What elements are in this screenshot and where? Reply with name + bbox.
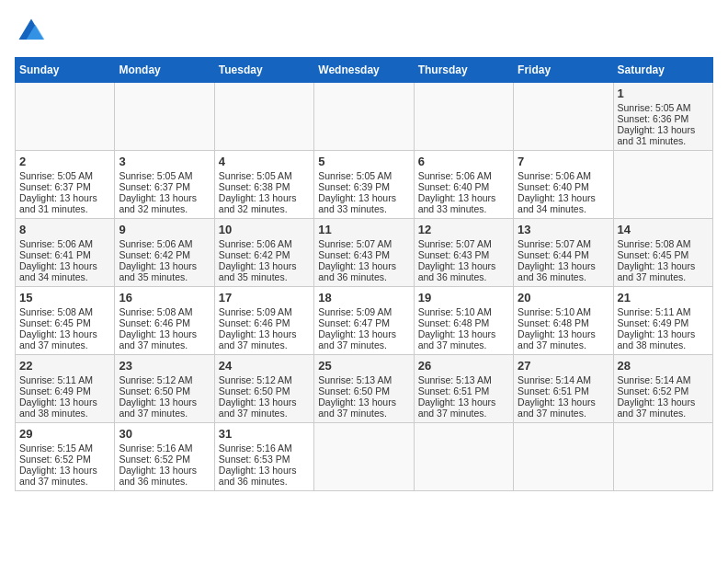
empty-cell <box>514 83 613 151</box>
calendar-day-18: 18Sunrise: 5:09 AMSunset: 6:47 PMDayligh… <box>314 287 414 355</box>
empty-cell <box>414 83 513 151</box>
calendar-week-5: 22Sunrise: 5:11 AMSunset: 6:49 PMDayligh… <box>16 355 713 423</box>
calendar-day-14: 14Sunrise: 5:08 AMSunset: 6:45 PMDayligh… <box>613 219 712 287</box>
empty-cell <box>214 83 313 151</box>
calendar-day-27: 27Sunrise: 5:14 AMSunset: 6:51 PMDayligh… <box>514 355 613 423</box>
calendar-day-13: 13Sunrise: 5:07 AMSunset: 6:44 PMDayligh… <box>514 219 613 287</box>
calendar-day-4: 4Sunrise: 5:05 AMSunset: 6:38 PMDaylight… <box>214 151 313 219</box>
calendar-day-8: 8Sunrise: 5:06 AMSunset: 6:41 PMDaylight… <box>16 219 115 287</box>
calendar-week-1: 1Sunrise: 5:05 AMSunset: 6:36 PMDaylight… <box>16 83 713 151</box>
calendar-day-7: 7Sunrise: 5:06 AMSunset: 6:40 PMDaylight… <box>514 151 613 219</box>
calendar-day-5: 5Sunrise: 5:05 AMSunset: 6:39 PMDaylight… <box>314 151 414 219</box>
column-header-monday: Monday <box>115 58 214 83</box>
calendar-day-16: 16Sunrise: 5:08 AMSunset: 6:46 PMDayligh… <box>115 287 214 355</box>
calendar-week-3: 8Sunrise: 5:06 AMSunset: 6:41 PMDaylight… <box>16 219 713 287</box>
calendar-day-24: 24Sunrise: 5:12 AMSunset: 6:50 PMDayligh… <box>214 355 313 423</box>
calendar-table: SundayMondayTuesdayWednesdayThursdayFrid… <box>15 57 713 491</box>
calendar-day-20: 20Sunrise: 5:10 AMSunset: 6:48 PMDayligh… <box>514 287 613 355</box>
header <box>15 15 713 48</box>
calendar-day-31: 31Sunrise: 5:16 AMSunset: 6:53 PMDayligh… <box>214 423 313 491</box>
empty-cell <box>314 83 414 151</box>
calendar-week-2: 2Sunrise: 5:05 AMSunset: 6:37 PMDaylight… <box>16 151 713 219</box>
calendar-day-15: 15Sunrise: 5:08 AMSunset: 6:45 PMDayligh… <box>16 287 115 355</box>
calendar-day-9: 9Sunrise: 5:06 AMSunset: 6:42 PMDaylight… <box>115 219 214 287</box>
column-header-tuesday: Tuesday <box>214 58 313 83</box>
calendar-day-11: 11Sunrise: 5:07 AMSunset: 6:43 PMDayligh… <box>314 219 414 287</box>
calendar-day-21: 21Sunrise: 5:11 AMSunset: 6:49 PMDayligh… <box>613 287 712 355</box>
calendar-day-17: 17Sunrise: 5:09 AMSunset: 6:46 PMDayligh… <box>214 287 313 355</box>
calendar-day-30: 30Sunrise: 5:16 AMSunset: 6:52 PMDayligh… <box>115 423 214 491</box>
calendar-day-3: 3Sunrise: 5:05 AMSunset: 6:37 PMDaylight… <box>115 151 214 219</box>
calendar-day-12: 12Sunrise: 5:07 AMSunset: 6:43 PMDayligh… <box>414 219 513 287</box>
empty-cell <box>16 83 115 151</box>
column-header-wednesday: Wednesday <box>314 58 414 83</box>
empty-cell <box>613 423 712 491</box>
empty-cell <box>115 83 214 151</box>
empty-cell <box>514 423 613 491</box>
column-header-thursday: Thursday <box>414 58 513 83</box>
calendar-week-6: 29Sunrise: 5:15 AMSunset: 6:52 PMDayligh… <box>16 423 713 491</box>
calendar-day-28: 28Sunrise: 5:14 AMSunset: 6:52 PMDayligh… <box>613 355 712 423</box>
empty-cell <box>613 151 712 219</box>
calendar-day-2: 2Sunrise: 5:05 AMSunset: 6:37 PMDaylight… <box>16 151 115 219</box>
calendar-day-26: 26Sunrise: 5:13 AMSunset: 6:51 PMDayligh… <box>414 355 513 423</box>
calendar-day-29: 29Sunrise: 5:15 AMSunset: 6:52 PMDayligh… <box>16 423 115 491</box>
column-header-sunday: Sunday <box>16 58 115 83</box>
logo <box>15 15 51 48</box>
calendar-day-22: 22Sunrise: 5:11 AMSunset: 6:49 PMDayligh… <box>16 355 115 423</box>
header-row: SundayMondayTuesdayWednesdayThursdayFrid… <box>16 58 713 83</box>
column-header-friday: Friday <box>514 58 613 83</box>
calendar-day-1: 1Sunrise: 5:05 AMSunset: 6:36 PMDaylight… <box>613 83 712 151</box>
calendar-day-10: 10Sunrise: 5:06 AMSunset: 6:42 PMDayligh… <box>214 219 313 287</box>
calendar-week-4: 15Sunrise: 5:08 AMSunset: 6:45 PMDayligh… <box>16 287 713 355</box>
calendar-day-19: 19Sunrise: 5:10 AMSunset: 6:48 PMDayligh… <box>414 287 513 355</box>
calendar-day-23: 23Sunrise: 5:12 AMSunset: 6:50 PMDayligh… <box>115 355 214 423</box>
calendar-day-6: 6Sunrise: 5:06 AMSunset: 6:40 PMDaylight… <box>414 151 513 219</box>
empty-cell <box>414 423 513 491</box>
empty-cell <box>314 423 414 491</box>
column-header-saturday: Saturday <box>613 58 712 83</box>
calendar-day-25: 25Sunrise: 5:13 AMSunset: 6:50 PMDayligh… <box>314 355 414 423</box>
logo-icon <box>15 15 48 48</box>
